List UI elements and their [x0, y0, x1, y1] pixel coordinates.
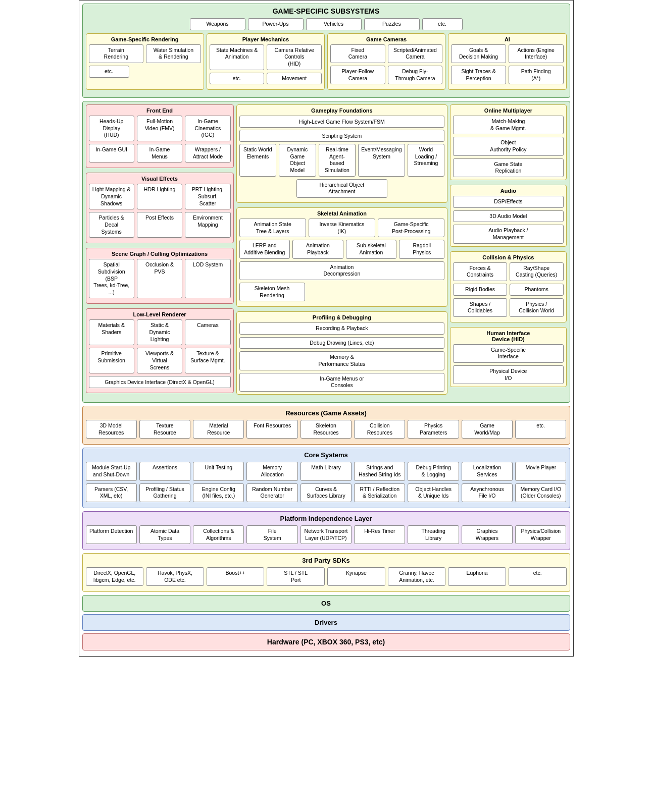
box-phantoms: Phantoms	[510, 284, 564, 296]
box-pathfinding: Path Finding(A*)	[509, 66, 564, 84]
box-directx: DirectX, OpenGL,libgcm, Edge, etc.	[86, 567, 144, 586]
box-occlusion: Occlusion &PVS	[137, 259, 182, 298]
box-havok: Havok, PhysX,ODE etc.	[146, 567, 204, 586]
resources-title: Resources (Game Assets)	[86, 409, 567, 417]
box-hdr: HDR Lighting	[137, 184, 182, 209]
box-realtime-agent: Real-time Agent-based Simulation	[319, 144, 356, 177]
skeletal-row2: LERP andAdditive Blending Animation Play…	[239, 240, 445, 258]
box-scripted-camera: Scripted/AnimatedCamera	[388, 44, 443, 63]
rendering-row2: etc.	[89, 66, 201, 78]
hid-col: Game-SpecificInterface Physical DeviceI/…	[453, 344, 563, 385]
box-ingame-consoles: In-Game Menus orConsoles	[239, 373, 445, 392]
box-debug-drawing: Debug Drawing (Lines, etc)	[239, 337, 445, 349]
ai-row1: Goals &Decision Making Actions (EngineIn…	[451, 44, 563, 63]
llr-title: Low-Level Renderer	[89, 311, 231, 317]
skeletal-row1: Animation StateTree & Layers Inverse Kin…	[239, 219, 445, 237]
box-primitive: PrimitiveSubmission	[89, 348, 134, 373]
box-physics-world: Physics /Collision World	[510, 298, 564, 317]
cameras-title: Game Cameras	[330, 36, 442, 42]
box-module-startup: Module Start-Upand Shut-Down	[86, 462, 137, 480]
drivers-section: Drivers	[82, 614, 570, 631]
box-sight: Sight Traces &Perception	[451, 66, 506, 84]
frontend-row1: Heads-Up Display(HUD) Full-MotionVideo (…	[89, 116, 231, 141]
gameplay-title: Gameplay Foundations	[239, 107, 445, 114]
game-specific-subsections-row: Game-Specific Rendering TerrainRendering…	[86, 33, 567, 92]
low-level-renderer: Low-Level Renderer Materials &Shaders St…	[86, 308, 234, 393]
box-cameras-llr: Cameras	[185, 319, 230, 345]
box-localization: LocalizationServices	[462, 462, 513, 480]
collision-row2: Rigid Bodies Phantoms	[453, 284, 563, 296]
collision-row3: Shapes /Colidables Physics /Collision Wo…	[453, 298, 563, 317]
left-col: Front End Heads-Up Display(HUD) Full-Mot…	[86, 104, 234, 395]
box-event-msg: Event/MessagingSystem	[358, 144, 405, 177]
box-static-world: Static WorldElements	[239, 144, 277, 177]
audio-title: Audio	[453, 188, 563, 194]
box-static-dynamic-lighting: Static & DynamicLighting	[137, 319, 182, 345]
box-recording: Recording & Playback	[239, 322, 445, 335]
online-multiplayer: Online Multiplayer Match-Making& Game Mg…	[450, 104, 566, 180]
cameras-row2: Player-FollowCamera Debug Fly-Through Ca…	[330, 66, 442, 84]
collision-row1: Forces &Constraints Ray/ShapeCasting (Qu…	[453, 262, 563, 281]
box-hud: Heads-Up Display(HUD)	[89, 116, 134, 141]
scene-title: Scene Graph / Culling Optimizations	[89, 251, 231, 257]
box-powerups: Power-Ups	[248, 18, 304, 30]
box-camera-controls: Camera Relative Controls(HID)	[267, 44, 322, 70]
game-specific-title: GAME-SPECIFIC SUBSYSTEMS	[86, 7, 567, 15]
box-movement: Movement	[267, 73, 322, 85]
box-object-handles: Object Handles& Unique Ids	[408, 483, 459, 502]
box-assertions: Assertions	[139, 462, 190, 480]
box-ingame-gui: In-Game GUI	[89, 144, 134, 163]
rendering-row1: TerrainRendering Water Simulation& Rende…	[89, 44, 201, 63]
llr-row2: PrimitiveSubmission Viewports & VirtualS…	[89, 348, 231, 373]
box-sub-skeletal: Sub-skeletalAnimation	[346, 240, 397, 258]
box-boost: Boost++	[207, 567, 265, 586]
box-skeleton-mesh: Skeleton MeshRendering	[239, 283, 305, 301]
vfx-title: Visual Effects	[89, 176, 231, 182]
box-rng: Random NumberGenerator	[246, 483, 297, 502]
platform-title: Platform Independence Layer	[86, 515, 567, 522]
box-etc-sdk: etc.	[509, 567, 567, 586]
box-strings: Strings andHashed String Ids	[354, 462, 405, 480]
box-particles: Particles & DecalSystems	[89, 212, 134, 238]
hid-section: Human InterfaceDevice (HID) Game-Specifi…	[450, 327, 566, 388]
box-fmv: Full-MotionVideo (FMV)	[137, 116, 182, 141]
box-light-mapping: Light Mapping &Dynamic Shadows	[89, 184, 134, 209]
game-specific-section: GAME-SPECIFIC SUBSYSTEMS Weapons Power-U…	[82, 4, 570, 98]
box-parsers: Parsers (CSV,XML, etc)	[86, 483, 137, 502]
vfx-row2: Particles & DecalSystems Post Effects En…	[89, 212, 231, 238]
box-3d-audio: 3D Audio Model	[453, 210, 563, 223]
box-math-lib: Math Library	[300, 462, 352, 480]
resources-section: Resources (Game Assets) 3D ModelResource…	[82, 406, 570, 445]
box-movie-player: Movie Player	[515, 462, 566, 480]
cameras-row1: FixedCamera Scripted/AnimatedCamera	[330, 44, 442, 63]
box-puzzles: Puzzles	[364, 18, 420, 30]
box-shapes: Shapes /Colidables	[453, 298, 507, 317]
box-obj-authority: ObjectAuthority Policy	[453, 137, 563, 155]
box-world-loading: World Loading /Streaming	[408, 144, 445, 177]
box-etc-res: etc.	[515, 420, 566, 439]
gameplay-row1: Static WorldElements Dynamic GameObject …	[239, 144, 445, 177]
box-physical-device: Physical DeviceI/O	[453, 365, 563, 384]
box-game-world: GameWorld/Map	[462, 420, 513, 439]
box-debug-fly: Debug Fly-Through Camera	[388, 66, 443, 84]
core-row1: Module Start-Upand Shut-Down Assertions …	[86, 462, 567, 480]
box-granny: Granny, HavocAnimation, etc.	[388, 567, 446, 586]
box-network-transport: Network TransportLayer (UDP/TCP)	[300, 525, 352, 544]
box-igc: In-GameCinematics (IGC)	[185, 116, 230, 141]
core-systems: Core Systems Module Start-Upand Shut-Dow…	[82, 448, 570, 508]
box-vehicles: Vehicles	[306, 18, 362, 30]
box-viewports: Viewports & VirtualScreens	[137, 348, 182, 373]
box-water: Water Simulation& Rendering	[146, 44, 201, 63]
box-player-follow: Player-FollowCamera	[330, 66, 385, 84]
box-memory-card: Memory Card I/O(Older Consoles)	[515, 483, 566, 502]
collision-title: Collision & Physics	[453, 254, 563, 260]
box-material-res: MaterialResource	[193, 420, 244, 439]
game-specific-items-row: Weapons Power-Ups Vehicles Puzzles etc.	[86, 18, 567, 30]
audio-section: Audio DSP/Effects 3D Audio Model Audio P…	[450, 185, 566, 247]
player-row1: State Machines &Animation Camera Relativ…	[210, 44, 322, 70]
box-unit-testing: Unit Testing	[193, 462, 244, 480]
box-materials: Materials &Shaders	[89, 319, 134, 345]
box-anim-playback: Animation Playback	[292, 240, 343, 258]
gameplay-foundations: Gameplay Foundations High-Level Game Flo…	[236, 104, 448, 203]
vfx-row1: Light Mapping &Dynamic Shadows HDR Light…	[89, 184, 231, 209]
